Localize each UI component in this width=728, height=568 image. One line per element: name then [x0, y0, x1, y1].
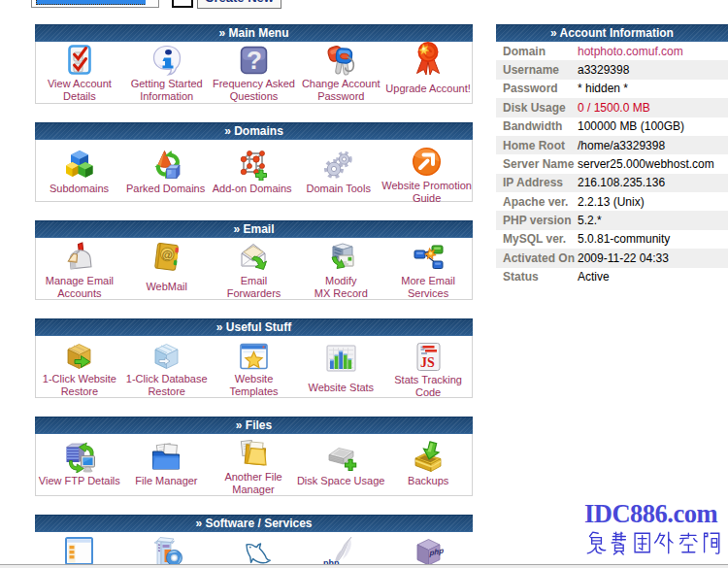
svg-text:JS: JS: [420, 355, 435, 370]
svg-text:?: ?: [247, 46, 262, 75]
svg-text:@: @: [161, 248, 174, 260]
